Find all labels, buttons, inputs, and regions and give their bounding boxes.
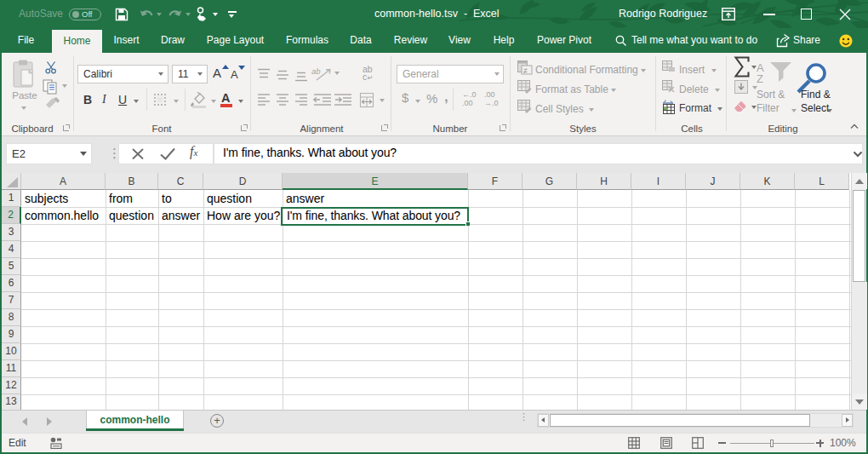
svg-text:ab: ab — [311, 66, 321, 76]
svg-text:≠: ≠ — [523, 66, 528, 75]
svg-text:Z: Z — [757, 72, 763, 84]
